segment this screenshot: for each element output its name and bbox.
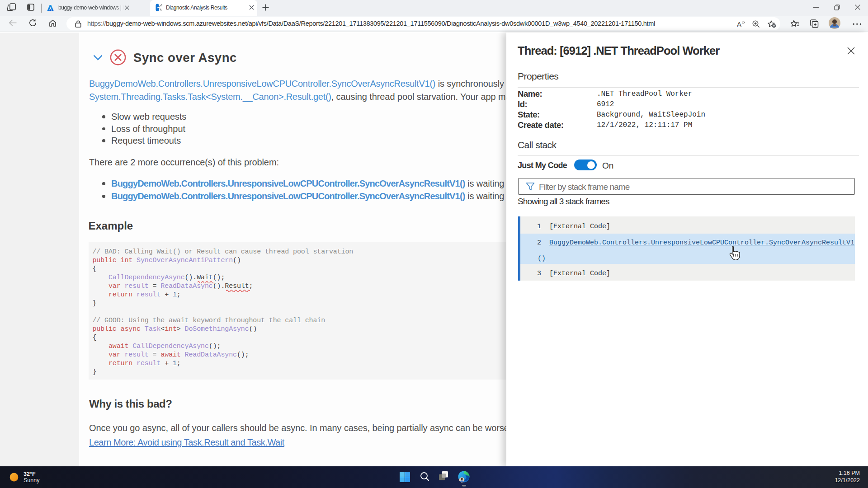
svg-text:A: A — [737, 21, 741, 28]
